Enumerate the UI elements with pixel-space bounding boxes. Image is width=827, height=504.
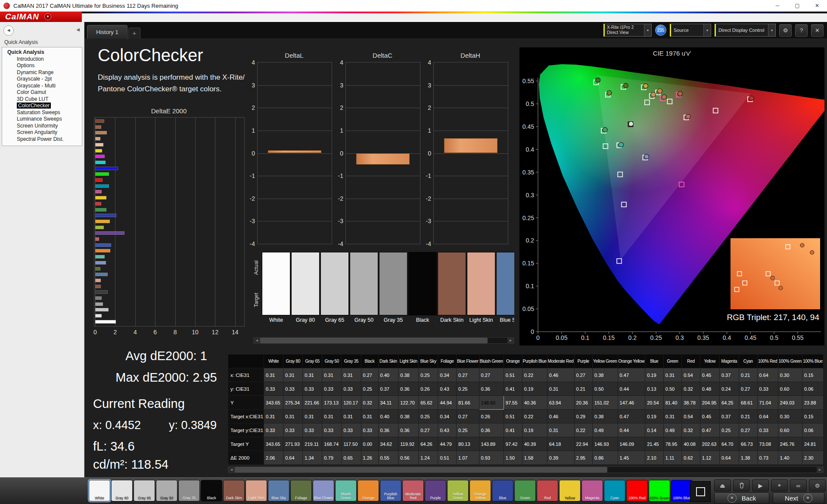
patch-chip-red[interactable]: Red [537, 480, 558, 501]
strip-swatch-dark-skin[interactable]: Dark Skin [438, 252, 466, 326]
patch-chip-black[interactable]: Black [201, 480, 222, 501]
add-tab-button[interactable]: + [128, 28, 140, 39]
minimize-button[interactable]: ─ [768, 0, 787, 11]
table-cell: 40.39 [522, 437, 547, 451]
patch-chip-100-green[interactable]: 100% Green [649, 480, 670, 501]
measured-marker [644, 154, 649, 159]
maximize-button[interactable]: ▢ [787, 0, 807, 11]
collapse-arrow-icon[interactable]: ◀ [76, 27, 80, 32]
scrollbar-thumb[interactable] [235, 467, 607, 473]
gridline [135, 118, 136, 326]
sidebar-item-color-gamut[interactable]: Color Gamut [2, 89, 82, 96]
patch-chip-bluish-green[interactable]: Bluish Green [335, 480, 357, 501]
patch-chip-cyan[interactable]: Cyan [604, 480, 625, 501]
patch-chip-yellow-green[interactable]: Yellow Green [447, 480, 469, 501]
strip-swatch-gray-80[interactable]: Gray 80 [291, 252, 320, 326]
patch-chip-gray-80[interactable]: Gray 80 [111, 480, 133, 501]
patch-chip-orange[interactable]: Orange [358, 480, 379, 501]
gear-icon-button[interactable]: ⚙ [809, 479, 826, 492]
table-cell: 44.79 [438, 437, 457, 451]
patch-chip-dark-skin[interactable]: Dark Skin [223, 480, 245, 501]
scrollbar-thumb[interactable] [260, 338, 488, 343]
strip-swatch-light-skin[interactable]: Light Skin [467, 252, 495, 326]
collapse-sidebar-button[interactable]: ◀ [3, 25, 14, 36]
patch-chip-blue-sky[interactable]: Blue Sky [268, 480, 289, 501]
table-cell: 0.31 [361, 410, 378, 423]
help-button[interactable]: ? [795, 24, 808, 37]
scroll-left-icon[interactable]: ◄ [254, 338, 260, 343]
scroll-left-icon[interactable]: ◄ [228, 467, 235, 473]
patch-chip-foliage[interactable]: Foliage [290, 480, 312, 501]
table-cell: 0.31 [303, 410, 322, 423]
table-cell: 119.92 [398, 437, 419, 451]
sidebar-item-luminance-sweeps[interactable]: Luminance Sweeps [2, 116, 82, 123]
strip-swatch-black[interactable]: Black [408, 252, 437, 326]
patch-chip-gray-50[interactable]: Gray 50 [156, 480, 177, 501]
swatch-label: Gray 50 [350, 315, 378, 325]
sidebar-item-3d-cube-lut[interactable]: 3D Cube LUT [2, 96, 82, 103]
scroll-right-icon[interactable]: ► [817, 467, 823, 473]
close-workflow-button[interactable]: ✕ [811, 24, 824, 37]
patch-chip-orange-yellow[interactable]: Orange Yellow [469, 480, 491, 501]
sidebar-item-grayscale-multi[interactable]: Grayscale - Multi [2, 83, 82, 90]
settings-gear-button[interactable]: ⚙ [779, 24, 792, 37]
patch-chip-blue[interactable]: Blue [492, 480, 513, 501]
table-scrollbar[interactable]: ◄ ► [228, 467, 824, 473]
table-cell: 81.40 [663, 396, 682, 410]
column-header-moderate-red: Moderate Red [547, 355, 574, 368]
sidebar-item-quick-analysis[interactable]: Quick Analysis [2, 49, 82, 56]
column-header-blue: Blue [645, 355, 664, 368]
inset-measured-marker [771, 276, 774, 280]
strip-swatch-gray-35[interactable]: Gray 35 [379, 252, 407, 326]
table-cell: 117.50 [342, 437, 361, 451]
strip-swatch-gray-65[interactable]: Gray 65 [320, 252, 349, 326]
swatch-strip-scrollbar[interactable]: ◄ ► [253, 337, 514, 344]
axis-tick-label: 3 [334, 82, 343, 89]
trash-button[interactable] [733, 479, 750, 492]
calman-logo[interactable]: CalMAN ▼ [0, 12, 82, 22]
meter-dropdown[interactable]: X-Rite i1Pro 2 Direct View ▼ [603, 24, 652, 37]
svg-text:0.05: 0.05 [556, 334, 567, 341]
sidebar-item-screen-uniformity[interactable]: Screen Uniformity [2, 123, 82, 130]
patch-chip-magenta[interactable]: Magenta [581, 480, 603, 501]
sidebar-item-dynamic-range[interactable]: Dynamic Range [2, 69, 82, 76]
strip-swatch-gray-50[interactable]: Gray 50 [350, 252, 378, 326]
sidebar-item-spectral-power-dist[interactable]: Spectral Power Dist. [2, 136, 82, 143]
patch-chip-yellow[interactable]: Yellow [559, 480, 581, 501]
table-cell: 0.39 [547, 451, 574, 465]
sidebar-item-options[interactable]: Options [2, 62, 82, 69]
patch-chip-gray-35[interactable]: Gray 35 [178, 480, 200, 501]
sidebar-item-colorchecker[interactable]: ColorChecker [2, 103, 82, 109]
sidebar-item-saturation-sweeps[interactable]: Saturation Sweeps [2, 109, 82, 116]
sidebar-item-introduction[interactable]: Introduction [2, 56, 82, 63]
back-button[interactable]: « Back [714, 492, 769, 504]
sidebar-item-grayscale-2pt[interactable]: Grayscale - 2pt [2, 76, 82, 83]
patch-chip-green[interactable]: Green [514, 480, 536, 501]
close-button[interactable]: ✕ [807, 0, 827, 11]
patch-chip-white[interactable]: White [89, 480, 110, 501]
deltae-bar [95, 202, 101, 205]
sidebar-item-screen-angularity[interactable]: Screen Angularity [2, 129, 82, 136]
patch-chip-light-skin[interactable]: Light Skin [246, 480, 267, 501]
patch-chip-100-blue[interactable]: 100% Blue [671, 480, 693, 501]
axis-tick-label: 12 [212, 329, 219, 336]
patch-chip-blue-flower[interactable]: Blue Flower [313, 480, 334, 501]
column-header-gray-80: Gray 80 [283, 355, 303, 368]
display-control-dropdown[interactable]: Direct Display Control ▼ [715, 24, 776, 37]
strip-swatch-white[interactable]: White [262, 252, 290, 326]
eject-button[interactable]: ⏏ [714, 479, 731, 492]
stop-button[interactable] [690, 481, 711, 502]
source-dropdown[interactable]: Source ▼ [670, 24, 711, 37]
patch-chip-purple[interactable]: Purple [425, 480, 446, 501]
patch-chip-moderate-red[interactable]: Moderate Red [402, 480, 424, 501]
strip-swatch-blue-sky[interactable]: Blue Sky [496, 252, 514, 326]
tab-history-1[interactable]: History 1 [87, 25, 127, 39]
target-read-button[interactable]: ⌖ [771, 479, 788, 492]
patch-chip-100-red[interactable]: 100% Red [626, 480, 648, 501]
scroll-right-icon[interactable]: ► [507, 338, 514, 343]
patch-chip-purplish-blue[interactable]: Purplish Blue [380, 480, 401, 501]
play-button[interactable]: ▶ [752, 479, 769, 492]
patch-chip-gray-65[interactable]: Gray 65 [134, 480, 155, 501]
next-button[interactable]: Next » [773, 492, 824, 504]
continuous-read-button[interactable]: ∞ [790, 479, 807, 492]
